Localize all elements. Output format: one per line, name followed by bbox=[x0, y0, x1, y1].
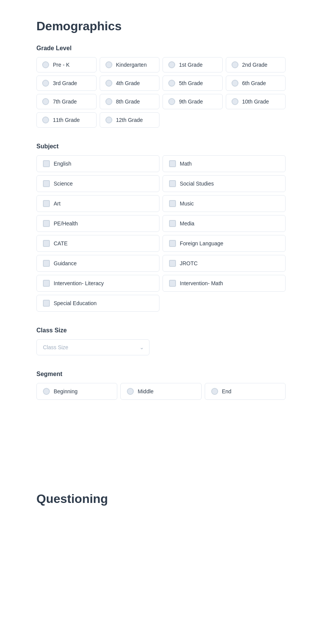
segment-label: End bbox=[222, 388, 232, 394]
subject-btn[interactable]: Special Education bbox=[36, 295, 159, 312]
subject-label: Math bbox=[180, 161, 192, 167]
radio-icon bbox=[168, 98, 175, 105]
spacer bbox=[36, 415, 286, 492]
checkbox-icon bbox=[169, 280, 176, 287]
grade-btn[interactable]: 6th Grade bbox=[226, 76, 286, 91]
grade-label: 5th Grade bbox=[179, 80, 203, 86]
grade-btn[interactable]: 1st Grade bbox=[163, 57, 223, 72]
subject-empty bbox=[163, 295, 286, 312]
class-size-select[interactable]: Class Size Small (1-10) Medium (11-20) L… bbox=[36, 339, 150, 355]
radio-icon bbox=[105, 61, 112, 68]
subject-btn[interactable]: Guidance bbox=[36, 255, 159, 272]
subject-label: Guidance bbox=[54, 260, 77, 266]
subject-btn[interactable]: Art bbox=[36, 195, 159, 212]
subject-btn[interactable]: JROTC bbox=[163, 255, 286, 272]
grade-btn[interactable]: 5th Grade bbox=[163, 76, 223, 91]
grade-btn[interactable]: 12th Grade bbox=[100, 112, 160, 128]
grade-label: 7th Grade bbox=[53, 99, 77, 105]
subject-label: Media bbox=[180, 220, 194, 227]
grade-btn[interactable]: 7th Grade bbox=[36, 94, 97, 109]
radio-icon bbox=[42, 98, 49, 105]
grade-label: 10th Grade bbox=[242, 99, 269, 105]
subject-label: Science bbox=[54, 181, 73, 187]
subject-grid: EnglishMathScienceSocial StudiesArtMusic… bbox=[36, 155, 286, 312]
questioning-title: Questioning bbox=[36, 492, 286, 506]
subject-label: PE/Health bbox=[54, 220, 78, 227]
grade-btn[interactable]: 3rd Grade bbox=[36, 76, 97, 91]
radio-icon bbox=[42, 61, 49, 68]
segment-label: Segment bbox=[36, 371, 286, 378]
subject-btn[interactable]: PE/Health bbox=[36, 215, 159, 232]
radio-icon bbox=[168, 80, 175, 87]
radio-icon bbox=[232, 61, 238, 68]
grade-level-section: Grade Level Pre - KKindergarten1st Grade… bbox=[36, 45, 286, 128]
grade-label: 8th Grade bbox=[116, 99, 140, 105]
subject-label: Social Studies bbox=[180, 181, 214, 187]
grade-btn[interactable]: 2nd Grade bbox=[226, 57, 286, 72]
subject-btn[interactable]: Social Studies bbox=[163, 175, 286, 192]
radio-icon bbox=[168, 61, 175, 68]
grade-btn[interactable]: 9th Grade bbox=[163, 94, 223, 109]
subject-btn[interactable]: English bbox=[36, 155, 159, 172]
checkbox-icon bbox=[169, 180, 176, 187]
checkbox-icon bbox=[43, 160, 50, 167]
grade-btn[interactable]: Kindergarten bbox=[100, 57, 160, 72]
grade-label: 11th Grade bbox=[53, 117, 80, 123]
radio-icon bbox=[105, 117, 112, 123]
grade-btn[interactable]: 4th Grade bbox=[100, 76, 160, 91]
subject-btn[interactable]: CATE bbox=[36, 235, 159, 252]
grade-btn[interactable]: 11th Grade bbox=[36, 112, 97, 128]
demographics-title: Demographics bbox=[36, 19, 286, 33]
radio-icon bbox=[42, 117, 49, 123]
checkbox-icon bbox=[169, 240, 176, 247]
checkbox-icon bbox=[169, 260, 176, 267]
subject-btn[interactable]: Science bbox=[36, 175, 159, 192]
segment-label: Middle bbox=[138, 388, 153, 394]
subject-label: Art bbox=[54, 200, 61, 207]
segment-section: Segment BeginningMiddleEnd bbox=[36, 371, 286, 400]
radio-icon bbox=[105, 80, 112, 87]
subject-btn[interactable]: Intervention- Literacy bbox=[36, 275, 159, 292]
grade-label: 2nd Grade bbox=[242, 62, 268, 68]
radio-icon bbox=[43, 388, 50, 395]
subject-btn[interactable]: Music bbox=[163, 195, 286, 212]
segment-btn[interactable]: Middle bbox=[120, 383, 201, 400]
subject-label: CATE bbox=[54, 240, 67, 246]
checkbox-icon bbox=[169, 220, 176, 227]
checkbox-icon bbox=[43, 240, 50, 247]
segment-label: Beginning bbox=[54, 388, 77, 394]
radio-icon bbox=[127, 388, 134, 395]
segment-grid: BeginningMiddleEnd bbox=[36, 383, 286, 400]
radio-icon bbox=[211, 388, 218, 395]
radio-icon bbox=[105, 98, 112, 105]
subject-btn[interactable]: Media bbox=[163, 215, 286, 232]
subject-btn[interactable]: Math bbox=[163, 155, 286, 172]
subject-btn[interactable]: Intervention- Math bbox=[163, 275, 286, 292]
checkbox-icon bbox=[169, 160, 176, 167]
grade-label: 9th Grade bbox=[179, 99, 203, 105]
radio-icon bbox=[42, 80, 49, 87]
class-size-dropdown-wrapper: Class Size Small (1-10) Medium (11-20) L… bbox=[36, 339, 150, 355]
subject-label: Foreign Language bbox=[180, 240, 223, 246]
grade-btn[interactable]: 8th Grade bbox=[100, 94, 160, 109]
subject-section: Subject EnglishMathScienceSocial Studies… bbox=[36, 143, 286, 312]
grade-btn[interactable]: Pre - K bbox=[36, 57, 97, 72]
radio-icon bbox=[232, 98, 238, 105]
subject-btn[interactable]: Foreign Language bbox=[163, 235, 286, 252]
grade-label: Kindergarten bbox=[116, 62, 147, 68]
segment-btn[interactable]: Beginning bbox=[36, 383, 117, 400]
subject-label: Intervention- Math bbox=[180, 280, 223, 286]
grade-level-label: Grade Level bbox=[36, 45, 286, 52]
radio-icon bbox=[232, 80, 238, 87]
subject-label: JROTC bbox=[180, 260, 198, 266]
grade-label: 6th Grade bbox=[242, 80, 266, 86]
checkbox-icon bbox=[43, 220, 50, 227]
grade-label: 12th Grade bbox=[116, 117, 143, 123]
grade-label: 4th Grade bbox=[116, 80, 140, 86]
checkbox-icon bbox=[43, 300, 50, 307]
grade-btn[interactable]: 10th Grade bbox=[226, 94, 286, 109]
grade-label: 1st Grade bbox=[179, 62, 202, 68]
subject-label: Subject bbox=[36, 143, 286, 150]
checkbox-icon bbox=[43, 200, 50, 207]
segment-btn[interactable]: End bbox=[205, 383, 286, 400]
